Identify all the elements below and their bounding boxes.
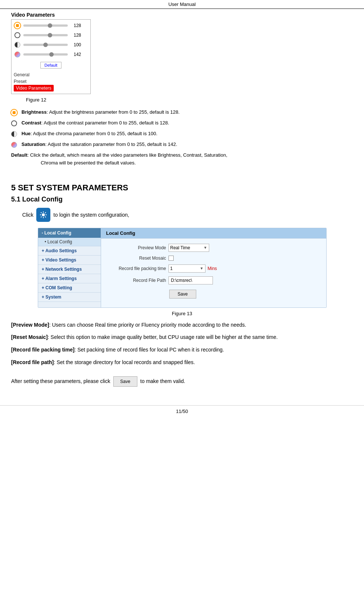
sidebar-item-video-label: + Video Settings [42,257,76,263]
contrast-bold: Contrast [21,120,41,126]
section5-heading: 5 SET SYSTEM PARAMETERS [11,183,353,193]
click-text-after: to login the system configuration, [53,212,129,218]
hue-desc-row: Hue: Adjust the chroma parameter from 0 … [11,130,353,139]
sidebar-header[interactable]: - Local Config [38,228,101,238]
contrast-text: : Adjust the contrast parameter from 0 t… [41,120,169,126]
config-sidebar: - Local Config • Local Config + Audio Se… [38,228,101,307]
saturation-desc-row: Saturation: Adjust the saturation parame… [11,141,353,149]
brightness-value: 128 [70,23,81,28]
sidebar-item-alarm[interactable]: + Alarm Settings [38,274,101,283]
saturation-desc-text: Saturation: Adjust the saturation parame… [21,141,353,148]
record-path-desc: [Record file path]: Set the storage dire… [11,358,353,367]
sidebar-subitem-local-config[interactable]: • Local Config [38,238,101,246]
brightness-desc-row: Brightness: Adjust the brightness parame… [11,109,353,117]
preview-mode-desc-bold: [Preview Mode] [11,322,49,328]
slider-hue-row: 100 [14,41,88,49]
menu-item-video-params[interactable]: Video Parameters [14,85,88,91]
brightness-desc-icon [11,109,19,117]
record-packing-select[interactable]: 1 ▼ [168,264,206,273]
video-params-image: 128 128 100 [11,19,91,94]
preview-mode-row: Preview Mode Real Time ▼ [107,244,320,252]
record-packing-row: Record file packing time 1 ▼ Mins [107,264,320,273]
default-desc: Default: Click the default, which means … [11,151,353,167]
record-path-input[interactable] [168,276,213,284]
record-packing-desc-bold: [Record file packing time] [11,347,74,353]
video-params-title: Video Parameters [11,12,353,18]
record-path-desc-bold: [Record file path] [11,359,54,365]
saturation-bold: Saturation [21,141,45,147]
preview-mode-desc-text: : Users can choose Real time priority or… [49,322,246,328]
hue-text: : Adjust the chroma parameter from 0 to … [31,131,158,136]
reset-mosaic-label: Reset Mosaic [107,256,166,261]
sidebar-item-system-label: + System [42,294,61,300]
default-desc-bold: Default [11,152,27,158]
page-header: User Manual [0,0,364,9]
brightness-track[interactable] [23,24,68,27]
preview-mode-arrow: ▼ [204,246,207,250]
contrast-track[interactable] [23,34,68,36]
reset-mosaic-row: Reset Mosaic [107,256,320,261]
reset-mosaic-desc: [Reset Mosaic]: Select this option to ma… [11,333,353,342]
saturation-track[interactable] [23,53,68,56]
save-button[interactable]: Save [169,290,196,299]
reset-mosaic-checkbox[interactable] [168,256,174,261]
contrast-desc-text: Contrast: Adjust the contrast parameter … [21,119,353,127]
preview-mode-select[interactable]: Real Time ▼ [168,244,209,252]
svg-point-0 [42,213,45,216]
config-main: Local Config Preview Mode Real Time ▼ Re… [101,228,326,307]
contrast-value: 128 [70,33,81,38]
sidebar-item-network[interactable]: + Network Settings [38,265,101,274]
slider-saturation-row: 142 [14,51,88,58]
config-main-header: Local Config [101,228,326,239]
menu-item-general[interactable]: General [14,71,88,78]
hue-bold: Hue [21,131,31,136]
sidebar-item-audio[interactable]: + Audio Settings [38,246,101,256]
login-config-button[interactable] [36,208,50,222]
default-desc-indent: Chroma will be presented the default val… [11,159,353,167]
reset-mosaic-desc-text: : Select this option to make image quali… [48,334,278,340]
sidebar-item-com[interactable]: + COM Setting [38,283,101,293]
contrast-icon [14,31,21,39]
record-packing-label: Record file packing time [107,266,166,271]
brightness-desc-text: Brightness: Adjust the brightness parame… [21,109,353,116]
header-title: User Manual [168,1,196,7]
local-config-panel: - Local Config • Local Config + Audio Se… [38,228,327,308]
menu-item-preset[interactable]: Preset [14,78,88,85]
hue-desc-icon [11,130,19,139]
record-path-row: Record File Path [107,276,320,284]
video-params-figure: 128 128 100 [11,19,353,106]
default-button[interactable]: Default [40,62,61,69]
menu-item-video-params-label: Video Parameters [14,85,54,91]
record-path-desc-text: : Set the storage directory for local re… [54,359,195,365]
sidebar-item-audio-label: + Audio Settings [42,248,77,253]
preview-mode-label: Preview Mode [107,245,166,250]
page-content: Video Parameters 128 128 [0,9,364,398]
save-btn-row: Save [169,288,320,299]
saturation-icon [14,51,21,58]
page-footer: 11/50 [0,405,364,416]
gear-icon [39,211,47,219]
after-text-after: to make them valid. [140,378,185,384]
record-path-label: Record File Path [107,278,166,283]
page-number: 11/50 [176,409,188,414]
sidebar-item-alarm-label: + Alarm Settings [42,276,77,281]
subsection-heading: 5.1 Local Config [11,196,353,203]
reset-mosaic-desc-bold: [Reset Mosaic] [11,334,48,340]
hue-track[interactable] [23,44,68,46]
record-packing-value: 1 [170,266,173,271]
click-instruction-row: Click to login the system configuration, [22,208,353,222]
click-text-before: Click [22,212,33,218]
inline-save-button: Save [113,376,137,387]
sidebar-item-system[interactable]: + System [38,293,101,302]
sidebar-item-video[interactable]: + Video Settings [38,256,101,265]
record-packing-desc: [Record file packing time]: Set packing … [11,346,353,354]
contrast-desc-row: Contrast: Adjust the contrast parameter … [11,119,353,128]
slider-contrast-row: 128 [14,31,88,39]
config-main-body: Preview Mode Real Time ▼ Reset Mosaic Re… [101,239,326,307]
saturation-text: : Adjust the saturation parameter from 0… [45,141,177,147]
saturation-desc-icon [11,141,19,149]
hue-desc-text: Hue: Adjust the chroma parameter from 0 … [21,130,353,137]
slider-brightness-row: 128 [14,22,88,29]
saturation-value: 142 [70,52,81,57]
brightness-icon [14,22,21,29]
